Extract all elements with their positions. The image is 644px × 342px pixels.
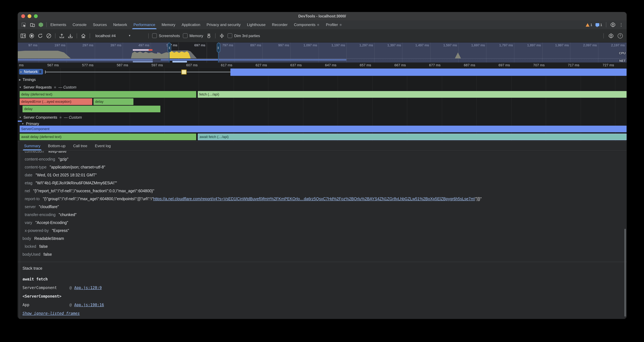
overview-network-bar (172, 61, 187, 63)
collapse-arrow-icon: ▼ (22, 122, 24, 125)
ruler-tick-label: 587 ms (117, 63, 130, 67)
warning-icon (586, 23, 590, 27)
divider (90, 33, 90, 38)
warnings-badge[interactable]: 1 (586, 23, 592, 27)
network-request-bar[interactable] (230, 69, 626, 76)
devtools-window: DevTools - localhost:3000/ ElementsConso… (18, 12, 627, 319)
tab-console[interactable]: Console (70, 20, 90, 29)
checkbox-box (152, 33, 157, 38)
flame-bar-servercomponent[interactable]: ServerComponent (20, 126, 626, 132)
source-location-link[interactable]: App.js:128:9 (74, 284, 102, 292)
ruler-tick-label: 647 ms (325, 63, 338, 67)
track-timings[interactable]: ▶ Timings (19, 77, 36, 82)
stack-frame: App@App.js:190:16 (22, 301, 626, 309)
flame-bar-delay[interactable]: delay (94, 98, 134, 105)
timeline-ruler: ms 567 ms577 ms587 ms597 ms607 ms617 ms6… (18, 63, 626, 68)
cpu-strip-label: CPU (619, 51, 626, 55)
node-icon[interactable] (39, 22, 43, 27)
detail-row-x-powered-by: x-powered-by"Express" (22, 227, 626, 235)
memory-checkbox[interactable]: Memory (183, 33, 203, 38)
history-select[interactable]: localhost #4▼ (94, 33, 145, 39)
messages-badge[interactable]: 1 (596, 23, 602, 27)
tab-sources[interactable]: Sources (90, 20, 110, 29)
track-network[interactable]: ▶ Network (19, 69, 43, 75)
toggle-sidebar-icon[interactable] (20, 33, 26, 39)
tab-components[interactable]: Components⚛ (291, 20, 323, 29)
overview-right-handle[interactable]: ∥ (216, 43, 220, 52)
network-request-whisker[interactable] (45, 72, 230, 72)
detail-row-transfer-encoding: transfer-encoding"chunked" (22, 211, 626, 219)
track-primary[interactable]: ▼ Primary (22, 122, 39, 126)
flame-bar-delayederror-ayed-exception[interactable]: delayedError (…ayed exception) (20, 98, 92, 105)
detail-row-etag: etag"W/\"4b1-RjEJloX9kRinu6F0MAZMmy6E5iA… (22, 179, 626, 187)
collect-garbage-icon[interactable] (206, 33, 212, 39)
details-tab-event-log[interactable]: Event log (91, 141, 114, 150)
home-icon[interactable] (80, 33, 86, 39)
source-location-link[interactable]: App.js:190:16 (74, 301, 104, 309)
track-server-components[interactable]: ▼ Server Components ⚛ — Custom (19, 115, 82, 120)
tab-performance[interactable]: Performance (130, 20, 158, 29)
tab-lighthouse[interactable]: Lighthouse (244, 20, 269, 29)
tab-application[interactable]: Application (178, 20, 203, 29)
drag-grip-icon (39, 71, 41, 73)
details-tab-bottom-up[interactable]: Bottom-up (44, 141, 70, 150)
tab-elements[interactable]: Elements (47, 20, 70, 29)
flame-bar-fetch-api[interactable]: fetch (…/api) (198, 91, 626, 98)
track-server-requests[interactable]: ▼ Server Requests ⚛ — Custom (19, 85, 76, 90)
more-options-kebab-icon[interactable]: ⋮ (619, 22, 624, 27)
help-icon[interactable]: ? (618, 33, 623, 38)
load-profile-icon[interactable] (59, 33, 65, 39)
save-profile-icon[interactable] (68, 33, 73, 39)
record-and-reload-icon[interactable] (38, 33, 43, 39)
overview-dim-overlay (218, 43, 626, 63)
ruler-tick-label: 597 ms (152, 63, 164, 67)
stack-trace-title: Stack trace (22, 266, 626, 271)
panel-settings-gear-icon[interactable] (608, 33, 614, 39)
tab-profiler[interactable]: Profiler⚛ (323, 20, 345, 29)
divider (604, 33, 604, 38)
flame-bar-await-fetch-api[interactable]: await fetch (…/api) (198, 134, 626, 140)
checkbox-box (228, 33, 232, 38)
clear-icon[interactable] (46, 33, 52, 39)
screenshots-checkbox[interactable]: Screenshots (152, 33, 180, 38)
overview-tick-label: 697 ms (194, 43, 206, 47)
tab-network[interactable]: Network (110, 20, 130, 29)
record-icon[interactable] (29, 33, 34, 39)
detail-row-report-to: report-to"{\"group\":\"cf-nel\",\"max_ag… (22, 195, 626, 203)
ruler-tick-label: 697 ms (498, 63, 511, 67)
details-tab-summary[interactable]: Summary (20, 141, 44, 150)
overview-left-handle[interactable]: ∥ (168, 43, 171, 52)
network-request-chip[interactable] (181, 70, 187, 75)
settings-gear-icon[interactable] (610, 22, 616, 28)
overview-dim-overlay (18, 43, 170, 63)
chevron-down-icon: ▼ (128, 34, 131, 37)
dim-third-parties-checkbox[interactable]: Dim 3rd parties (228, 33, 260, 38)
divider (215, 33, 216, 38)
window-title: DevTools - localhost:3000/ (18, 12, 626, 20)
flame-bar-delay[interactable]: delay (23, 106, 160, 112)
performance-toolbar: localhost #4▼ Screenshots Memory Dim 3rd… (18, 29, 626, 43)
scrollbar-thumb[interactable] (624, 229, 626, 317)
collapse-sections-icon[interactable] (219, 33, 225, 39)
tab-recorder[interactable]: Recorder (269, 20, 291, 29)
device-toolbar-icon[interactable] (30, 22, 36, 28)
tab-privacy-and-security[interactable]: Privacy and security (204, 20, 244, 29)
timeline-overview[interactable]: 97 ms197 ms297 ms397 ms497 ms597 ms697 m… (18, 43, 626, 63)
devtools-screenshot: DevTools - localhost:3000/ ElementsConso… (0, 0, 644, 342)
flame-bar-await-delay-deferred-text[interactable]: await delay (deferred text) (20, 134, 196, 140)
message-icon (596, 23, 599, 26)
tab-memory[interactable]: Memory (158, 20, 178, 29)
flame-chart-tracks[interactable]: ▶ Network ▶ Timings ▼ Server Requests ⚛ … (18, 68, 626, 141)
react-atom-icon: ⚛ (339, 23, 342, 27)
ruler-tick-label: 627 ms (256, 63, 268, 67)
detail-row-date: date"Wed, 01 Oct 2025 18:32:01 GMT" (22, 171, 626, 179)
report-to-url-link[interactable]: https://a.nel.cloudflare.com/report/v4?s… (153, 197, 475, 201)
show-ignore-listed-frames-link[interactable]: Show ignore-listed frames (22, 311, 80, 316)
detail-row-nel: nel"{\"report_to\":\"cf-nel\",\"success_… (22, 187, 626, 195)
inspect-element-icon[interactable] (21, 22, 26, 28)
divider (606, 22, 606, 27)
divider (148, 33, 149, 38)
summary-pane[interactable]: connection"keep-alive"content-encoding"g… (18, 151, 626, 319)
flame-bar-delay-deferred-text[interactable]: delay (deferred text) (20, 91, 196, 98)
details-tab-call-tree[interactable]: Call tree (69, 141, 91, 150)
